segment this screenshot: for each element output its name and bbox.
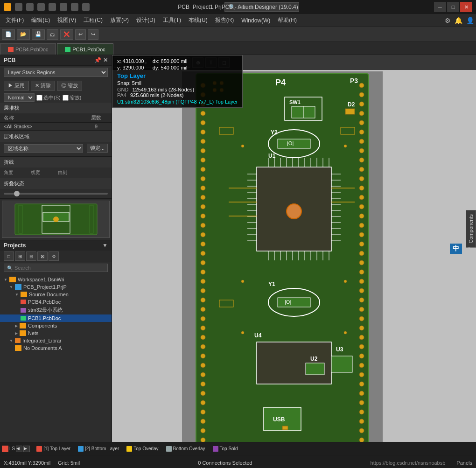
- menu-place[interactable]: 放置(P): [106, 14, 133, 26]
- canvas-area[interactable]: ⟲ ⟳ ● ▷ ◈ ⊕ ⊗ T ◻: [112, 55, 476, 442]
- panels-label[interactable]: Panels: [456, 460, 472, 466]
- layer-bottom-overlay[interactable]: Bottom Overlay: [163, 445, 208, 453]
- layer-stack-select-container[interactable]: Layer Stack Regions: [4, 68, 108, 77]
- tree-integrated-lib[interactable]: ▼ Integrated_Librar: [0, 337, 112, 344]
- intlib-icon: [15, 338, 21, 343]
- mode-select[interactable]: Normal: [4, 93, 35, 102]
- proj-settings-button[interactable]: ⚙: [49, 251, 59, 261]
- col-count: 层数: [84, 114, 108, 121]
- select-checkbox[interactable]: [36, 95, 42, 101]
- toolbar-open[interactable]: 📂: [17, 29, 30, 40]
- menu-view[interactable]: 视图(V): [54, 14, 80, 26]
- region-lock-button[interactable]: 锁定...: [87, 144, 108, 153]
- svg-point-58: [359, 186, 364, 190]
- menu-route[interactable]: 布线(U): [185, 14, 211, 26]
- coord-x: x: 4310.000 dx: 850.000 mil: [117, 58, 238, 64]
- notification-icon[interactable]: 🔔: [455, 17, 462, 24]
- toolbar-close[interactable]: ❌: [60, 29, 73, 40]
- zoom-checkbox-label: 缩放(: [63, 94, 82, 101]
- project-toolbar: □ ⊞ ⊟ ⊠ ⚙: [0, 251, 112, 262]
- fold-col-dir: 由刻: [58, 169, 67, 176]
- layer-top[interactable]: [1] Top Layer: [34, 445, 73, 453]
- svg-point-81: [359, 400, 364, 405]
- project-expand-icon: ▼: [9, 285, 13, 289]
- zh-language-indicator[interactable]: 中: [450, 244, 462, 254]
- svg-point-66: [359, 260, 364, 265]
- menu-tools[interactable]: 工具(T): [159, 14, 185, 26]
- menu-help[interactable]: 帮助(H): [274, 14, 301, 26]
- layer-stack-row[interactable]: <All Stacks> 9: [0, 123, 112, 131]
- proj-new-button[interactable]: □: [4, 251, 14, 261]
- projects-collapse-icon[interactable]: ▼: [102, 242, 108, 249]
- minimize-button[interactable]: ─: [434, 2, 446, 12]
- tab-pcb4[interactable]: PCB4.PcbDoc: [0, 43, 56, 55]
- tree-components-folder[interactable]: ▶ Components: [0, 322, 112, 329]
- svg-point-52: [359, 130, 364, 134]
- account-icon[interactable]: 👤: [466, 17, 474, 24]
- tree-workspace[interactable]: ▼ Workspace1.DsnWri: [0, 276, 112, 283]
- components-panel-tab[interactable]: Components: [466, 210, 476, 247]
- tree-no-docs[interactable]: No Documents A: [0, 344, 112, 352]
- proj-close-button[interactable]: ⊠: [37, 251, 48, 261]
- svg-text:Y1: Y1: [268, 281, 275, 287]
- net2-value: 925.688 mils (2-Nodes): [130, 92, 183, 98]
- tab-pcb1-icon: [65, 47, 70, 52]
- menu-design[interactable]: 设计(D): [133, 14, 159, 26]
- bottom-layer-dot: [78, 446, 84, 452]
- menu-window[interactable]: Window(W): [238, 15, 274, 26]
- svg-point-41: [201, 391, 205, 396]
- layer-top-overlay[interactable]: Top Overlay: [124, 445, 161, 453]
- tree-nets-folder[interactable]: ▶ Nets: [0, 329, 112, 337]
- tree-pcb1[interactable]: PCB1.PcbDoc: [0, 314, 112, 322]
- project-search-input[interactable]: [14, 265, 105, 271]
- clear-button[interactable]: ✕ 清除: [31, 81, 55, 91]
- layer-top-sold[interactable]: Top Sold: [210, 445, 241, 453]
- svg-point-40: [201, 382, 205, 386]
- settings-icon[interactable]: ⚙: [445, 17, 451, 24]
- svg-text:P4: P4: [275, 78, 286, 87]
- layer-prev-button[interactable]: ◀: [16, 446, 22, 452]
- layer-stack-table-header: 名称 层数: [0, 113, 112, 123]
- region-name-select[interactable]: 区域名称: [4, 144, 83, 153]
- fold-slider-thumb[interactable]: [14, 191, 20, 196]
- tree-stm32-sch[interactable]: stm32最小系统: [0, 306, 112, 314]
- pcb1-file-icon: [21, 316, 26, 321]
- svg-point-65: [359, 251, 364, 256]
- menu-project[interactable]: 工程(C): [80, 14, 106, 26]
- zoom-button[interactable]: ◎ 缩放: [57, 81, 82, 91]
- panel-pin-icon[interactable]: 📌: [94, 57, 101, 63]
- net1-label: GND: [117, 87, 128, 92]
- tree-source-folder[interactable]: ▼ Source Documen: [0, 291, 112, 298]
- toolbar-new[interactable]: 📄: [2, 29, 15, 40]
- toolbar-undo[interactable]: ↩: [75, 29, 86, 40]
- svg-point-26: [201, 251, 205, 256]
- proj-search-icon: 🔍: [7, 265, 13, 271]
- tree-project[interactable]: ▼ PCB_Project1.PrjP: [0, 283, 112, 291]
- toolbar-save[interactable]: 💾: [32, 29, 45, 40]
- proj-open-button[interactable]: ⊞: [15, 251, 25, 261]
- nets-folder-icon: [20, 330, 26, 336]
- layer-stack-dropdown[interactable]: Layer Stack Regions: [4, 68, 108, 77]
- project-search-container[interactable]: 🔍: [4, 264, 108, 272]
- app-icon-undo[interactable]: [71, 3, 78, 11]
- apply-button[interactable]: ▶ 应用: [4, 81, 29, 91]
- menu-file[interactable]: 文件(F): [2, 14, 28, 26]
- maximize-button[interactable]: □: [447, 2, 459, 12]
- panel-close-icon[interactable]: ✕: [103, 57, 108, 63]
- layer-next-button[interactable]: ▶: [23, 446, 30, 452]
- menu-edit[interactable]: 编辑(E): [28, 14, 54, 26]
- toolbar-redo[interactable]: ↪: [88, 29, 98, 40]
- svg-point-12: [201, 120, 205, 125]
- close-button[interactable]: ✕: [460, 2, 472, 12]
- app-icon-redo[interactable]: [82, 3, 90, 11]
- menu-report[interactable]: 报告(R): [211, 14, 238, 26]
- proj-folder-button[interactable]: ⊟: [26, 251, 36, 261]
- zoom-checkbox[interactable]: [63, 95, 69, 101]
- layer-bottom[interactable]: [2] Bottom Layer: [75, 445, 122, 453]
- stm32-sch-icon: [21, 308, 26, 313]
- svg-point-75: [359, 344, 364, 349]
- tree-pcb4[interactable]: PCB4.PcbDoc: [0, 298, 112, 306]
- tab-pcb1[interactable]: PCB1.PcbDoc: [57, 43, 113, 55]
- toolbar-save-all[interactable]: 🗂: [47, 29, 58, 40]
- fold-slider-bar[interactable]: [4, 193, 108, 195]
